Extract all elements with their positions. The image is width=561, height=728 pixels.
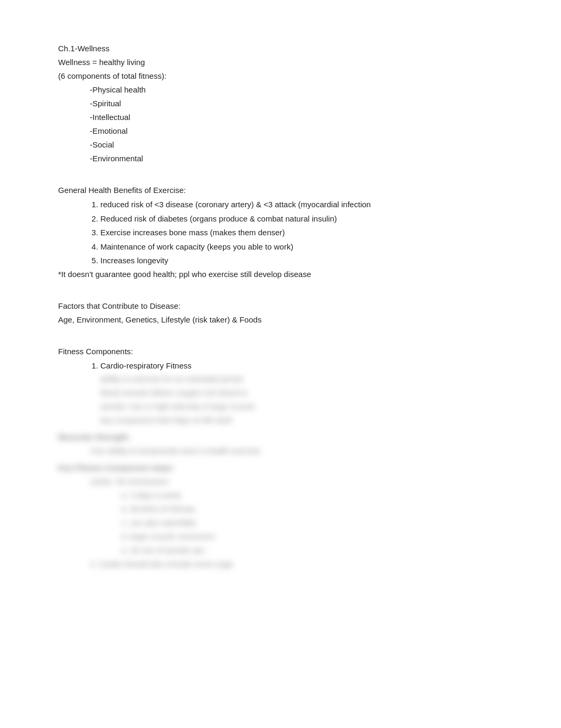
factors-header: Factors that Contribute to Disease: [58,300,503,312]
blurred-muscular-section: Muscular Strength: Your ability to tempo… [58,431,503,457]
health-item-4: Maintenance of work capacity (keeps you … [100,240,503,254]
factors-section: Factors that Contribute to Disease: Age,… [58,300,503,326]
blurred-step-4: d. large muscle movement [121,530,503,543]
component-environmental: -Environmental [90,152,503,165]
components-list: -Physical health -Spiritual -Intellectua… [58,84,503,165]
blurred-step-sub: a. 3 days a week b. 60-80% of HRmax c. c… [90,489,503,557]
chapter-title-section: Ch.1-Wellness Wellness = healthy living … [58,42,503,165]
fitness-list: Cardio-respiratory Fitness [58,359,503,373]
blurred-cardio-details: ability to exercise for an extended peri… [58,373,503,427]
health-item-3: Exercise increases bone mass (makes them… [100,226,503,239]
page-container: Ch.1-Wellness Wellness = healthy living … [0,0,561,624]
blurred-line-4: key component that helps w/ life itself [100,414,503,427]
general-health-header: General Health Benefits of Exercise: [58,184,503,197]
factors-body: Age, Environment, Genetics, Lifestyle (r… [58,314,503,326]
components-header: (6 components of total fitness): [58,70,503,82]
blurred-line-2: blood vessels deliver oxygen-rich blood … [100,386,503,399]
blurred-line-3: aerobic: low or high intensity & large m… [100,400,503,413]
general-health-section: General Health Benefits of Exercise: red… [58,184,503,281]
component-physical: -Physical health [90,84,503,96]
blurred-step-2: b. 60-80% of HRmax [121,503,503,515]
blurred-muscular-header: Muscular Strength: [58,431,503,444]
health-item-1: reduced risk of <3 disease (coronary art… [100,198,503,211]
component-intellectual: -Intellectual [90,111,503,124]
blurred-step-5: e. 30 min of aerobic per [121,544,503,557]
fitness-header: Fitness Components: [58,345,503,358]
component-emotional: -Emotional [90,125,503,137]
blurred-step-0: cardio: 30 min/session [90,475,503,488]
health-item-5: Increases longevity [100,254,503,268]
blurred-line-1: ability to exercise for an extended peri… [100,373,503,385]
blurred-steps-header: Key Fitness Component steps: [58,462,503,474]
component-spiritual: -Spiritual [90,97,503,110]
fitness-item-1: Cardio-respiratory Fitness [100,359,503,373]
blurred-steps-section: Key Fitness Component steps: cardio: 30 … [58,462,503,570]
blurred-step-3: c. can also swim/bike [121,517,503,529]
component-social: -Social [90,139,503,151]
fitness-section: Fitness Components: Cardio-respiratory F… [58,345,503,571]
blurred-step-6: 2. Cardio should also include some yoga [90,558,503,570]
general-health-note: *It doesn't guarantee good health; ppl w… [58,268,503,281]
health-item-2: Reduced risk of diabetes (organs produce… [100,212,503,226]
blurred-steps-list: cardio: 30 min/session a. 3 days a week … [58,475,503,570]
wellness-definition: Wellness = healthy living [58,56,503,69]
blurred-step-1: a. 3 days a week [121,489,503,502]
blurred-muscular-body: Your ability to temporarily exert a heal… [58,445,503,457]
chapter-title: Ch.1-Wellness [58,42,503,55]
general-health-list: reduced risk of <3 disease (coronary art… [58,198,503,268]
